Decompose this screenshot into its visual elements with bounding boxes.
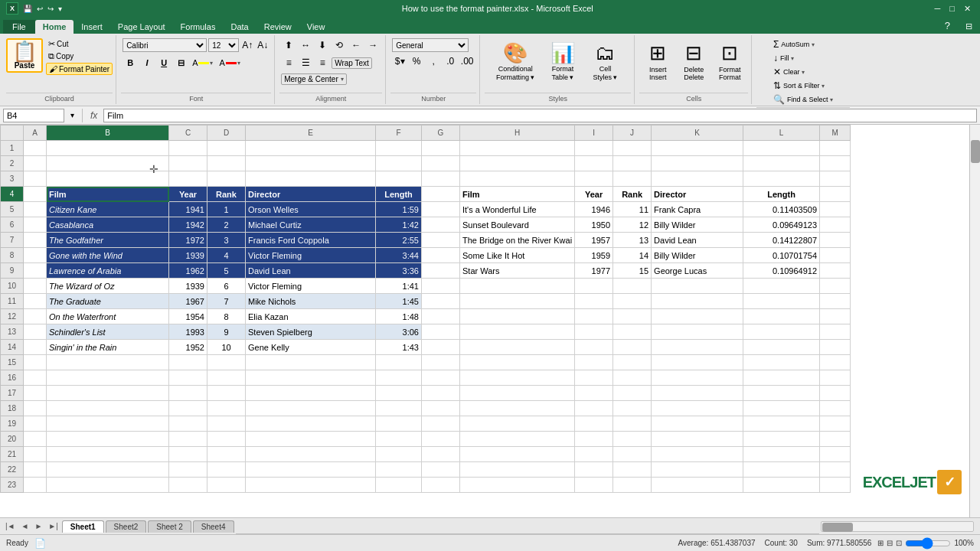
cell-G6[interactable] (422, 217, 460, 233)
cell-C3[interactable] (169, 171, 207, 187)
cell-G4[interactable] (422, 187, 460, 202)
cell-L16[interactable] (743, 370, 820, 386)
cell-B13[interactable]: Schindler's List (47, 324, 169, 340)
cell-M18[interactable] (820, 401, 851, 416)
cell-C7[interactable]: 1972 (169, 233, 207, 248)
cell-E15[interactable] (246, 355, 376, 370)
cell-D2[interactable] (207, 156, 246, 171)
cell-I12[interactable] (575, 309, 613, 324)
tab-view[interactable]: View (299, 20, 333, 34)
cell-B16[interactable] (47, 370, 169, 386)
cell-L6[interactable]: 0.09649123 (743, 217, 820, 233)
cell-M22[interactable] (820, 462, 851, 478)
cell-C16[interactable] (169, 370, 207, 386)
cell-K7[interactable]: David Lean (652, 233, 743, 248)
formula-expand-btn[interactable]: ▾ (67, 111, 77, 119)
cell-H9[interactable]: Star Wars (460, 263, 575, 279)
col-header-c[interactable]: C (169, 126, 207, 141)
cell-E17[interactable] (246, 386, 376, 401)
sheet-tab-1[interactable]: Sheet1 (62, 520, 104, 533)
cell-C14[interactable]: 1952 (169, 340, 207, 355)
percent-btn[interactable]: % (409, 54, 424, 68)
undo-quick-btn[interactable]: ↩ (35, 5, 44, 13)
cell-K9[interactable]: George Lucas (652, 263, 743, 279)
cell-D23[interactable] (207, 478, 246, 493)
cell-A6[interactable] (24, 217, 47, 233)
cell-A3[interactable] (24, 171, 47, 187)
cell-G14[interactable] (422, 340, 460, 355)
cell-I10[interactable] (575, 279, 613, 294)
cell-I15[interactable] (575, 355, 613, 370)
cell-J7[interactable]: 13 (613, 233, 652, 248)
format-btn[interactable]: ⊡ Format Format (713, 38, 746, 84)
cell-I4[interactable]: Year (575, 187, 613, 202)
cell-D5[interactable]: 1 (207, 202, 246, 217)
cell-I23[interactable] (575, 478, 613, 493)
cell-F15[interactable] (376, 355, 422, 370)
insert-btn[interactable]: ⊞ Insert Insert (641, 38, 675, 84)
cell-M15[interactable] (820, 355, 851, 370)
cell-L4[interactable]: Length (743, 187, 820, 202)
paste-button[interactable]: 📋 Paste (6, 38, 43, 73)
cell-A16[interactable] (24, 370, 47, 386)
cell-L18[interactable] (743, 401, 820, 416)
cell-F21[interactable] (376, 447, 422, 462)
cell-J17[interactable] (613, 386, 652, 401)
cell-G12[interactable] (422, 309, 460, 324)
cell-I17[interactable] (575, 386, 613, 401)
cell-J4[interactable]: Rank (613, 187, 652, 202)
cell-styles-btn[interactable]: 🗂 CellStyles ▾ (586, 38, 624, 84)
increase-font-btn[interactable]: A↑ (240, 40, 254, 51)
decrease-decimal-btn[interactable]: .0 (443, 54, 458, 68)
cell-E5[interactable]: Orson Welles (246, 202, 376, 217)
cell-E11[interactable]: Mike Nichols (246, 294, 376, 309)
bold-btn[interactable]: B (122, 56, 138, 70)
cell-K13[interactable] (652, 324, 743, 340)
cell-J5[interactable]: 11 (613, 202, 652, 217)
cell-L19[interactable] (743, 416, 820, 432)
cell-J12[interactable] (613, 309, 652, 324)
cell-ref-box[interactable]: B4 (3, 109, 64, 122)
cell-E20[interactable] (246, 432, 376, 447)
cell-A23[interactable] (24, 478, 47, 493)
cell-F5[interactable]: 1:59 (376, 202, 422, 217)
cell-G5[interactable] (422, 202, 460, 217)
align-left-btn[interactable]: ≡ (281, 56, 296, 70)
cell-J18[interactable] (613, 401, 652, 416)
cell-I21[interactable] (575, 447, 613, 462)
cell-J16[interactable] (613, 370, 652, 386)
align-bottom-btn[interactable]: ⬇ (315, 38, 330, 52)
cell-H11[interactable] (460, 294, 575, 309)
cell-J10[interactable] (613, 279, 652, 294)
tab-formulas[interactable]: Formulas (173, 20, 224, 34)
cell-J9[interactable]: 15 (613, 263, 652, 279)
fill-color-btn[interactable]: A ▾ (190, 57, 215, 68)
cell-D12[interactable]: 8 (207, 309, 246, 324)
cell-C6[interactable]: 1942 (169, 217, 207, 233)
sheet-tab-3[interactable]: Sheet 2 (148, 520, 191, 533)
cell-L13[interactable] (743, 324, 820, 340)
cell-K4[interactable]: Director (652, 187, 743, 202)
cell-I1[interactable] (575, 141, 613, 156)
cell-B2[interactable] (47, 156, 169, 171)
cell-J22[interactable] (613, 462, 652, 478)
cell-A7[interactable] (24, 233, 47, 248)
font-name-select[interactable]: Calibri (122, 38, 207, 52)
cell-D15[interactable] (207, 355, 246, 370)
cell-B15[interactable] (47, 355, 169, 370)
cell-H8[interactable]: Some Like It Hot (460, 248, 575, 263)
cell-H5[interactable]: It's a Wonderful Life (460, 202, 575, 217)
cell-H15[interactable] (460, 355, 575, 370)
cell-I6[interactable]: 1950 (575, 217, 613, 233)
cell-I5[interactable]: 1946 (575, 202, 613, 217)
cell-L14[interactable] (743, 340, 820, 355)
col-header-m[interactable]: M (820, 126, 851, 141)
cell-M17[interactable] (820, 386, 851, 401)
cell-I20[interactable] (575, 432, 613, 447)
underline-btn[interactable]: U (156, 56, 172, 70)
cell-K3[interactable] (652, 171, 743, 187)
cell-K2[interactable] (652, 156, 743, 171)
border-btn[interactable]: ⊟ (173, 56, 188, 70)
cell-M19[interactable] (820, 416, 851, 432)
cell-H21[interactable] (460, 447, 575, 462)
